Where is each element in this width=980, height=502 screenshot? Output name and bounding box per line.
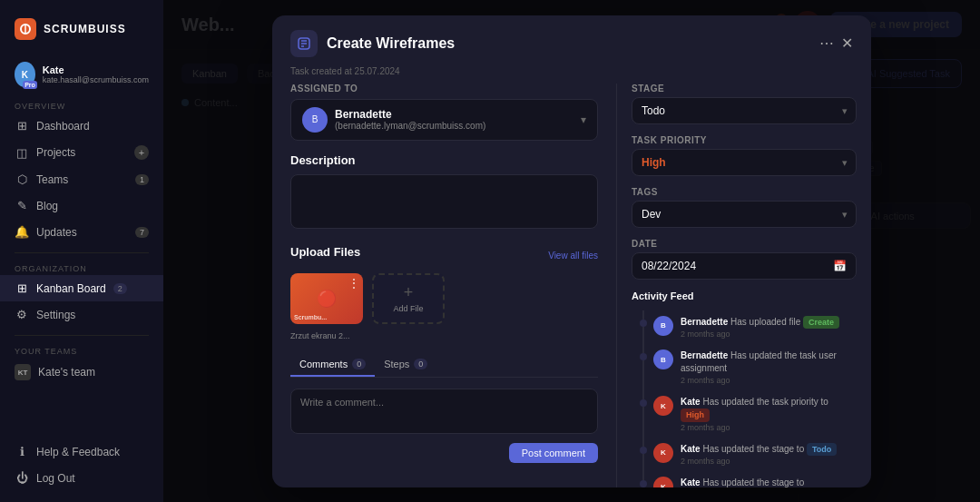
stage-label: Stage — [632, 84, 857, 94]
sidebar-item-kates-team[interactable]: KT Kate's team — [0, 358, 163, 387]
description-input[interactable] — [290, 174, 598, 229]
activity-badge: Todo — [807, 443, 837, 457]
act-content: Kate Has updated the task priority to Hi… — [681, 396, 857, 432]
comment-input[interactable] — [290, 389, 598, 434]
add-project-icon[interactable]: + — [134, 145, 149, 160]
add-file-button[interactable]: + Add File — [372, 273, 445, 324]
updates-badge: 7 — [135, 227, 149, 238]
grid-icon: ⊞ — [15, 119, 29, 133]
chevron-down-icon: ▾ — [581, 113, 586, 126]
activity-item: B Bernadette Has updated the task user a… — [642, 344, 857, 390]
sidebar-item-projects[interactable]: ◫ Projects + — [0, 139, 163, 166]
sidebar-divider2 — [15, 335, 149, 336]
priority-label: Task Priority — [632, 135, 857, 145]
org-label: Organization — [0, 261, 163, 275]
file-thumb-label: Scrumbu... — [294, 314, 359, 320]
activity-badge: Create — [803, 316, 839, 330]
updates-icon: 🔔 — [15, 225, 29, 239]
tags-select[interactable]: Dev — [632, 201, 857, 228]
modal-overlay: Create Wireframes ⋯ ✕ Task created at 25… — [163, 0, 980, 502]
file-menu-icon[interactable]: ⋮ — [348, 277, 359, 290]
file-thumbnail: ⋮ 🔴 Scrumbu... — [290, 273, 363, 324]
sidebar-item-logout[interactable]: ⏻ Log Out — [0, 465, 163, 491]
scrumbu-logo: 🔴 — [317, 289, 337, 309]
upload-files-row: ⋮ 🔴 Scrumbu... + Add File — [290, 273, 598, 324]
sidebar-bottom: ℹ Help & Feedback ⏻ Log Out — [0, 438, 163, 491]
activity-item: K Kate Has updated the stage to Todo 2 m… — [642, 438, 857, 472]
modal-title-text: Create Wireframes — [327, 35, 455, 52]
act-text: Bernadette Has uploaded file Create — [681, 316, 857, 330]
sidebar-item-kanban[interactable]: ⊞ Kanban Board 2 — [0, 275, 163, 301]
sidebar-item-dashboard[interactable]: ⊞ Dashboard — [0, 113, 163, 139]
tags-field: Tags Dev — [632, 187, 857, 228]
teams-badge: 1 — [135, 174, 149, 185]
settings-icon: ⚙ — [15, 308, 29, 321]
teams-icon: ⬡ — [15, 172, 29, 186]
act-content: Bernadette Has updated the task user ass… — [681, 349, 857, 385]
comments-count: 0 — [352, 359, 366, 369]
act-time: 2 months ago — [681, 330, 857, 339]
modal-left-panel: Assigned to B Bernadette (bernadette.lym… — [272, 84, 617, 487]
sidebar-user: K Pro Kate kate.hasall@scrumbuiss.com — [0, 54, 163, 98]
sidebar-item-settings[interactable]: ⚙ Settings — [0, 301, 163, 328]
comments-tabs: Comments 0 Steps 0 — [290, 353, 598, 378]
modal-header: Create Wireframes ⋯ ✕ — [272, 15, 871, 66]
avatar: K Pro — [15, 62, 35, 87]
act-avatar: K — [653, 443, 673, 463]
user-info: Kate kate.hasall@scrumbuiss.com — [43, 64, 149, 84]
act-avatar: K — [653, 477, 673, 487]
overview-label: Overview — [0, 98, 163, 113]
steps-count: 0 — [414, 359, 427, 369]
stage-select-wrapper: Todo — [632, 97, 857, 124]
sidebar: SCRUMBUISS K Pro Kate kate.hasall@scrumb… — [0, 0, 163, 502]
act-content: Kate Has updated the stage to Todo 2 mon… — [681, 443, 857, 467]
act-time: 2 months ago — [681, 376, 857, 385]
view-all-link[interactable]: View all files — [548, 251, 598, 261]
modal-menu-button[interactable]: ⋯ — [819, 34, 834, 52]
date-label: Date — [632, 239, 857, 249]
act-text: Kate Has updated the stage to Todo — [681, 443, 857, 457]
calendar-icon[interactable]: 📅 — [833, 260, 847, 272]
act-avatar: K — [653, 396, 673, 416]
blog-icon: ✎ — [15, 199, 29, 212]
stage-field: Stage Todo — [632, 84, 857, 124]
act-text: Kate Has updated the stage to In Progres… — [681, 477, 857, 487]
activity-item: K Kate Has updated the task priority to … — [642, 390, 857, 438]
description-label: Description — [290, 153, 598, 167]
modal-close-button[interactable]: ✕ — [841, 34, 853, 52]
comments-tab[interactable]: Comments 0 — [290, 353, 375, 377]
teams-label: Your Teams — [0, 343, 163, 358]
main-content: Web... ⚙ 🖥 🔔 1 K Create a new project Ka… — [163, 0, 980, 502]
help-icon: ℹ — [15, 445, 29, 458]
modal-task-icon — [290, 30, 318, 57]
act-time: 2 months ago — [681, 423, 857, 432]
add-file-label: Add File — [393, 304, 423, 313]
sidebar-item-updates[interactable]: 🔔 Updates 7 — [0, 219, 163, 245]
sidebar-item-teams[interactable]: ⬡ Teams 1 — [0, 166, 163, 192]
logo-icon — [15, 18, 36, 40]
logo-text: SCRUMBUISS — [44, 23, 126, 35]
assignee-email: (bernadette.lyman@scrumbuiss.com) — [335, 121, 485, 131]
priority-select[interactable]: High — [632, 149, 857, 176]
stage-select[interactable]: Todo — [632, 97, 857, 124]
assignee-info: B Bernadette (bernadette.lyman@scrumbuis… — [302, 107, 485, 133]
projects-icon: ◫ — [15, 146, 29, 160]
upload-header: Upload Files View all files — [290, 245, 598, 266]
act-content: Bernadette Has uploaded file Create 2 mo… — [681, 316, 857, 340]
activity-list: B Bernadette Has uploaded file Create 2 … — [632, 310, 857, 487]
assignee-row[interactable]: B Bernadette (bernadette.lyman@scrumbuis… — [290, 99, 598, 141]
kanban-badge: 2 — [113, 283, 127, 294]
file-info: + Add File — [372, 273, 445, 324]
tags-label: Tags — [632, 187, 857, 197]
priority-select-wrapper: High — [632, 149, 857, 176]
steps-tab[interactable]: Steps 0 — [375, 353, 436, 377]
assignee-avatar: B — [302, 107, 328, 133]
sidebar-item-help[interactable]: ℹ Help & Feedback — [0, 438, 163, 465]
sidebar-item-blog[interactable]: ✎ Blog — [0, 192, 163, 219]
activity-badge: High — [681, 408, 710, 422]
act-content: Kate Has updated the stage to In Progres… — [681, 477, 857, 487]
kanban-icon: ⊞ — [15, 281, 29, 295]
task-modal: Create Wireframes ⋯ ✕ Task created at 25… — [272, 15, 871, 487]
post-comment-button[interactable]: Post comment — [509, 443, 598, 463]
sidebar-divider — [15, 252, 149, 253]
